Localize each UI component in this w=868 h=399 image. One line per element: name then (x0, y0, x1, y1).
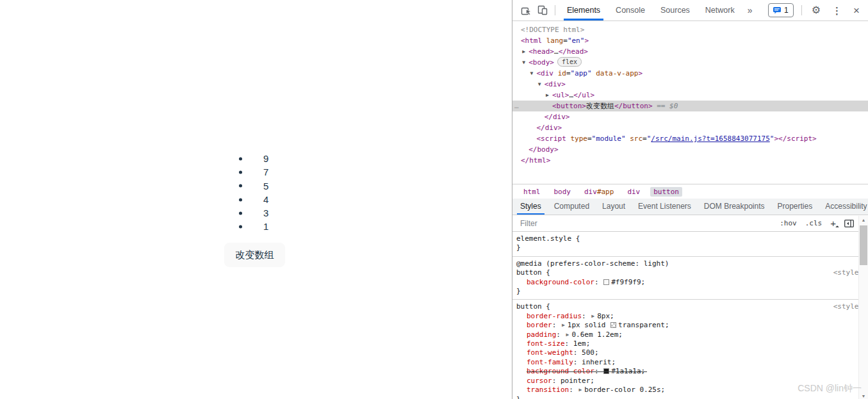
tag-token: </head> (559, 47, 588, 56)
element-classes-button[interactable]: .cls (805, 219, 823, 227)
color-swatch[interactable] (603, 279, 609, 285)
toggle-element-state-button[interactable]: :hov (780, 219, 797, 227)
expand-value-arrow-icon[interactable]: ▶ (566, 330, 569, 339)
expand-arrow-right-icon[interactable]: ▶ (522, 46, 528, 57)
sidebar-tab-computed[interactable]: Computed (548, 199, 596, 215)
dom-tree-row[interactable]: ▼<div id="app" data-v-app> (512, 68, 868, 79)
media-query-line: @media (prefers-color-scheme: light) (516, 259, 849, 268)
devtools-tab-console[interactable]: Console (608, 0, 653, 20)
color-swatch[interactable] (610, 322, 616, 328)
css-declaration[interactable]: border-radius: ▶8px; (516, 312, 849, 321)
rule-close-brace: } (516, 395, 849, 399)
sidebar-tab-styles[interactable]: Styles (514, 199, 548, 215)
dom-tree-row[interactable]: </html> (512, 155, 868, 166)
css-property-name: font-size (527, 339, 565, 348)
styles-scrollbar[interactable]: ▲ ▼ (858, 216, 868, 399)
list-item: 7 (229, 165, 268, 179)
dom-tree-row[interactable]: </body> (512, 144, 868, 155)
sidebar-pane-toggle-icon[interactable] (844, 220, 854, 227)
sidebar-tab-accessibility[interactable]: Accessibility (819, 199, 868, 215)
colon: : (565, 339, 573, 348)
breadcrumb-item[interactable]: html (520, 187, 544, 197)
css-declaration[interactable]: padding: ▶0.6em 1.2em; (516, 330, 849, 339)
expand-value-arrow-icon[interactable]: ▶ (591, 312, 594, 321)
tag-token: <button> (552, 102, 586, 110)
close-devtools-icon[interactable]: × (848, 5, 865, 16)
dom-tree-row[interactable]: ▶<ul>…</ul> (512, 90, 868, 101)
tag-token: ></script> (774, 134, 816, 143)
expand-arrow-down-icon[interactable]: ▼ (522, 57, 528, 68)
list-item: 9 (229, 152, 268, 165)
attribute-name-token: data-v-app (596, 69, 638, 77)
rule-close-brace: } (516, 243, 849, 252)
dom-tree-row[interactable]: ▼<body>flex (512, 57, 868, 68)
css-property-name: background-color (527, 367, 594, 375)
rule-selector-line[interactable]: <style>button { (516, 268, 849, 277)
breadcrumb-item[interactable]: body (551, 187, 575, 197)
devtools-tab-elements[interactable]: Elements (559, 0, 608, 20)
css-declaration[interactable]: font-weight: 500; (516, 348, 849, 357)
breadcrumb-item[interactable]: div (624, 187, 643, 197)
attribute-name-token: id (558, 69, 566, 77)
sidebar-tab-layout[interactable]: Layout (596, 199, 632, 215)
expand-value-arrow-icon[interactable]: ▶ (578, 386, 582, 395)
chat-bubble-icon (773, 7, 781, 14)
css-property-value: transparent; (618, 321, 669, 329)
resource-link[interactable]: /src/main.js?t=1658843077175 (651, 134, 769, 143)
kebab-menu-icon[interactable]: ⋮ (826, 6, 848, 15)
dom-tree-row[interactable]: </div> (512, 111, 868, 122)
sidebar-tab-event-listeners[interactable]: Event Listeners (632, 199, 698, 215)
expand-arrow-down-icon[interactable]: ▼ (538, 79, 545, 90)
tag-token: > (584, 37, 589, 45)
css-declaration[interactable]: background-color: #1a1a1a; (516, 367, 849, 376)
styles-filter-bar: :hov .cls + (512, 215, 868, 232)
colon: : (594, 278, 603, 286)
dom-tree-row[interactable]: <html lang="en"> (512, 35, 868, 46)
sidebar-tab-properties[interactable]: Properties (771, 199, 819, 215)
expand-arrow-right-icon[interactable]: ▶ (546, 90, 552, 101)
css-declaration[interactable]: border: ▶1px solid transparent; (516, 321, 849, 330)
dom-tree-row[interactable]: ▼<div> (512, 79, 868, 90)
css-declaration[interactable]: font-size: 1em; (516, 339, 849, 348)
css-property-name: border (527, 321, 552, 329)
dom-tree-row[interactable]: <!DOCTYPE html> (512, 24, 868, 35)
tag-token: > (638, 69, 643, 77)
styles-filter-input[interactable] (519, 218, 698, 229)
new-style-rule-button[interactable]: + (830, 218, 836, 228)
dom-tree-row[interactable]: </div> (512, 122, 868, 133)
scrollbar-thumb[interactable] (860, 225, 867, 265)
rule-selector-line[interactable]: element.style { (516, 234, 849, 243)
flex-badge[interactable]: flex (557, 57, 582, 67)
device-toolbar-icon[interactable] (534, 2, 551, 19)
expand-arrow-down-icon[interactable]: ▼ (530, 68, 537, 79)
rule-selector-line[interactable]: <style>button { (516, 302, 849, 311)
dom-tree-row[interactable]: …<button>改变数组</button> == $0 (512, 101, 868, 111)
css-property-name: font-family (527, 358, 573, 366)
css-property-value: #1a1a1a; (611, 367, 645, 375)
dom-tree-row[interactable]: ▶<head>…</head> (512, 46, 868, 57)
color-swatch[interactable] (603, 368, 609, 374)
sidebar-tab-dom-breakpoints[interactable]: DOM Breakpoints (698, 199, 771, 215)
devtools-tab-sources[interactable]: Sources (653, 0, 698, 20)
scrollbar-up-arrow-icon[interactable]: ▲ (859, 218, 868, 222)
breadcrumb-item[interactable]: button (650, 187, 682, 197)
dom-tree-row[interactable]: <script type="module" src="/src/main.js?… (512, 133, 868, 144)
css-selector: element.style (516, 234, 571, 243)
inspect-element-icon[interactable] (518, 2, 534, 19)
breadcrumb-item[interactable]: div#app (581, 187, 617, 197)
change-array-button[interactable]: 改变数组 (224, 243, 285, 267)
scrollbar-down-arrow-icon[interactable]: ▼ (859, 394, 868, 398)
css-declaration[interactable]: background-color: #f9f9f9; (516, 278, 849, 287)
console-messages-badge[interactable]: 1 (768, 3, 794, 17)
list-item: 1 (229, 220, 268, 233)
filter-toggles: :hov .cls + (780, 218, 854, 228)
more-tabs-chevron-icon[interactable]: » (742, 5, 758, 15)
devtools-tab-network[interactable]: Network (698, 0, 742, 20)
tag-token: <body> (528, 58, 554, 67)
settings-gear-icon[interactable]: ⚙ (806, 5, 826, 15)
css-declaration[interactable]: font-family: inherit; (516, 358, 849, 367)
tag-token: <ul> (552, 91, 569, 99)
text-token: = (563, 37, 568, 45)
expand-value-arrow-icon[interactable]: ▶ (562, 321, 565, 330)
app-page: 975431 改变数组 (0, 0, 512, 399)
